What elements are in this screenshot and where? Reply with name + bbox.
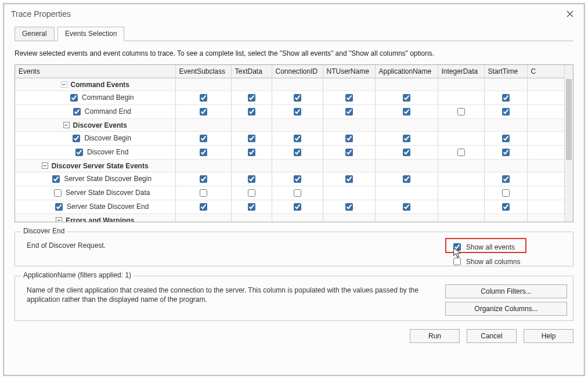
cell-checkbox[interactable] (345, 108, 353, 115)
cell-checkbox[interactable] (294, 94, 301, 102)
event-row-label[interactable]: Server State Discover Begin (50, 174, 151, 185)
cell-checkbox[interactable] (345, 175, 353, 183)
close-icon (567, 10, 573, 17)
event-row: Command Begin (15, 91, 573, 104)
cell-checkbox[interactable] (248, 189, 255, 197)
cell-checkbox[interactable] (457, 149, 465, 156)
event-row: Server State Discover Begin (15, 172, 573, 186)
event-row-label[interactable]: Command End (71, 106, 131, 117)
event-row-checkbox[interactable] (54, 189, 62, 197)
cell-checkbox[interactable] (200, 175, 207, 183)
cell-checkbox[interactable] (248, 108, 255, 115)
event-row: Discover End (15, 145, 573, 159)
col-header-applicationname[interactable]: ApplicationName (375, 65, 438, 78)
event-detail-title: Discover End (21, 227, 67, 235)
event-row-checkbox[interactable] (52, 175, 60, 183)
cell-checkbox[interactable] (200, 135, 207, 142)
show-all-events-checkbox[interactable] (453, 243, 461, 251)
cell-checkbox[interactable] (294, 189, 301, 197)
col-header-textdata[interactable]: TextData (231, 65, 272, 78)
col-header-eventsubclass[interactable]: EventSubclass (175, 65, 231, 78)
cell-checkbox[interactable] (248, 149, 255, 156)
cell-checkbox[interactable] (294, 135, 301, 142)
cell-checkbox[interactable] (502, 203, 510, 211)
tab-events-selection[interactable]: Events Selection (57, 27, 124, 41)
cell-checkbox[interactable] (502, 135, 510, 142)
event-row-label[interactable]: Server State Discover End (53, 201, 149, 212)
cell-checkbox[interactable] (248, 175, 255, 183)
cell-checkbox[interactable] (294, 149, 301, 156)
cell-checkbox[interactable] (294, 108, 301, 115)
event-row-checkbox[interactable] (73, 108, 81, 115)
cell-checkbox[interactable] (200, 94, 207, 102)
cell-checkbox[interactable] (248, 135, 255, 142)
col-header-integerdata[interactable]: IntegerData (438, 65, 484, 78)
cell-checkbox[interactable] (200, 108, 207, 115)
cell-checkbox[interactable] (200, 189, 207, 197)
tab-general[interactable]: General (15, 27, 55, 41)
cell-checkbox[interactable] (457, 108, 465, 115)
event-row-label[interactable]: Discover End (73, 147, 128, 158)
help-button[interactable]: Help (524, 329, 573, 343)
show-all-columns-label[interactable]: Show all columns (466, 258, 520, 266)
cell-checkbox[interactable] (403, 175, 410, 183)
cell-checkbox[interactable] (403, 108, 410, 115)
filters-description: Name of the client application that crea… (21, 284, 445, 316)
event-row-checkbox[interactable] (73, 135, 80, 142)
cell-checkbox[interactable] (502, 108, 510, 115)
event-row: Command End (15, 104, 573, 118)
cell-checkbox[interactable] (403, 149, 410, 156)
cancel-button[interactable]: Cancel (467, 329, 517, 343)
events-grid[interactable]: Events EventSubclass TextData Connection… (15, 64, 573, 222)
vertical-scrollbar[interactable] (564, 65, 573, 222)
show-all-events-label[interactable]: Show all events (466, 243, 515, 251)
cell-checkbox[interactable] (248, 203, 255, 211)
instruction-text: Review selected events and event columns… (15, 49, 573, 57)
organize-columns-button[interactable]: Organize Columns... (445, 302, 567, 316)
cell-checkbox[interactable] (502, 175, 510, 183)
event-row-label[interactable]: Server State Discover Data (52, 187, 150, 198)
cell-checkbox[interactable] (345, 135, 353, 142)
col-header-events[interactable]: Events (15, 65, 175, 78)
cell-checkbox[interactable] (403, 135, 410, 142)
cell-checkbox[interactable] (345, 203, 353, 211)
cell-checkbox[interactable] (502, 94, 510, 102)
cell-checkbox[interactable] (502, 149, 510, 156)
col-header-ntusername[interactable]: NTUserName (323, 65, 375, 78)
cell-checkbox[interactable] (345, 94, 353, 102)
titlebar: Trace Properties (4, 4, 584, 24)
event-row-checkbox[interactable] (55, 203, 63, 211)
group-label: Command Events (71, 80, 129, 88)
cell-checkbox[interactable] (403, 203, 410, 211)
event-row: Server State Discover End (15, 200, 573, 214)
event-row-checkbox[interactable] (70, 94, 78, 102)
cell-checkbox[interactable] (403, 94, 410, 102)
col-header-connectionid[interactable]: ConnectionID (272, 65, 323, 78)
event-name: Server State Discover Data (66, 189, 150, 197)
cell-checkbox[interactable] (345, 149, 353, 156)
cell-checkbox[interactable] (248, 94, 255, 102)
cell-checkbox[interactable] (294, 175, 301, 183)
run-button[interactable]: Run (410, 329, 460, 343)
collapse-toggle-icon[interactable]: − (56, 217, 62, 222)
close-button[interactable] (562, 8, 578, 20)
cell-checkbox[interactable] (294, 203, 301, 211)
event-row-label[interactable]: Command Begin (68, 92, 134, 103)
column-filters-button[interactable]: Column Filters... (445, 284, 567, 298)
filters-title: ApplicationName (filters applied: 1) (21, 271, 134, 279)
collapse-toggle-icon[interactable]: − (42, 163, 48, 169)
event-name: Server State Discover End (67, 203, 149, 211)
cell-checkbox[interactable] (200, 203, 207, 211)
collapse-toggle-icon[interactable]: − (61, 81, 67, 88)
event-name: Command Begin (82, 93, 134, 102)
collapse-toggle-icon[interactable]: − (63, 122, 70, 128)
scrollbar-thumb[interactable] (566, 79, 572, 160)
event-row-label[interactable]: Discover Begin (70, 133, 131, 144)
group-row: −Discover Events (15, 118, 573, 131)
cell-checkbox[interactable] (502, 189, 510, 197)
event-row: Server State Discover Data (15, 186, 573, 200)
cell-checkbox[interactable] (200, 149, 207, 156)
show-all-columns-checkbox[interactable] (453, 258, 461, 265)
col-header-starttime[interactable]: StartTime (484, 65, 527, 78)
event-row-checkbox[interactable] (75, 149, 83, 156)
